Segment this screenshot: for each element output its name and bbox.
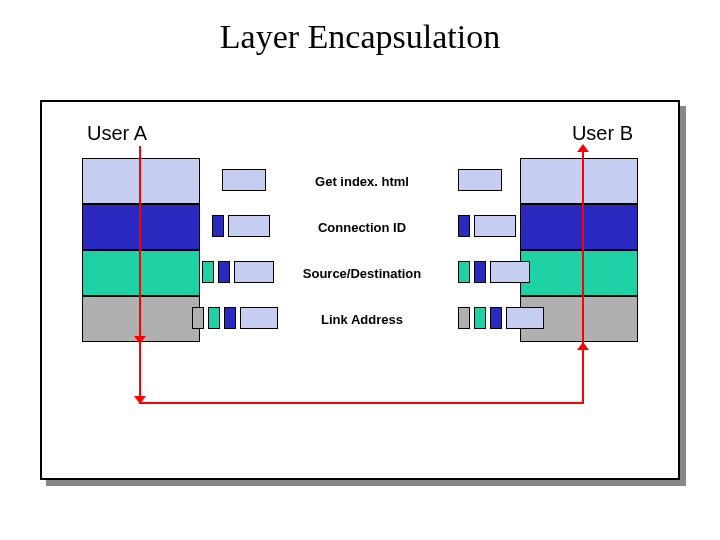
diagram-panel: User A User B Get index. html Connection… <box>40 100 680 480</box>
row-label-trans: Connection ID <box>282 220 442 235</box>
arrow-bottom-left-leg <box>139 342 141 400</box>
arrow-down-a <box>139 146 141 340</box>
seg-link-hdr <box>192 307 204 329</box>
seg-payload <box>474 215 516 237</box>
seg-link-hdr <box>458 307 470 329</box>
arrow-bottom-right-leg <box>582 350 584 404</box>
seg-payload <box>234 261 274 283</box>
seg-payload <box>222 169 266 191</box>
seg-network-hdr <box>202 261 214 283</box>
packet-right-4 <box>458 307 544 329</box>
seg-payload <box>506 307 544 329</box>
endpoint-b-label: User B <box>572 122 633 145</box>
seg-transport-hdr <box>474 261 486 283</box>
row-label-net: Source/Destination <box>282 266 442 281</box>
packet-right-2 <box>458 215 516 237</box>
layer-network <box>520 250 638 296</box>
seg-network-hdr <box>458 261 470 283</box>
seg-payload <box>458 169 502 191</box>
arrow-bottom-right-head <box>577 342 589 350</box>
seg-network-hdr <box>474 307 486 329</box>
arrow-bottom-horizontal <box>139 402 584 404</box>
seg-payload <box>240 307 278 329</box>
seg-payload <box>228 215 270 237</box>
seg-transport-hdr <box>218 261 230 283</box>
seg-network-hdr <box>208 307 220 329</box>
stack-user-a <box>82 158 200 342</box>
layer-transport <box>520 204 638 250</box>
seg-transport-hdr <box>490 307 502 329</box>
packet-right-1 <box>458 169 502 191</box>
seg-payload <box>490 261 530 283</box>
seg-transport-hdr <box>458 215 470 237</box>
packet-left-4 <box>192 307 278 329</box>
row-label-app: Get index. html <box>282 174 442 189</box>
arrow-up-b <box>582 152 584 344</box>
row-label-link: Link Address <box>282 312 442 327</box>
packet-left-3 <box>202 261 274 283</box>
packet-right-3 <box>458 261 530 283</box>
layer-application <box>520 158 638 204</box>
packet-left-2 <box>212 215 270 237</box>
packet-left-1 <box>222 169 266 191</box>
page-title: Layer Encapsulation <box>0 18 720 56</box>
layer-application <box>82 158 200 204</box>
arrow-up-b-head <box>577 144 589 152</box>
endpoint-a-label: User A <box>87 122 147 145</box>
layer-transport <box>82 204 200 250</box>
seg-transport-hdr <box>212 215 224 237</box>
seg-transport-hdr <box>224 307 236 329</box>
layer-network <box>82 250 200 296</box>
